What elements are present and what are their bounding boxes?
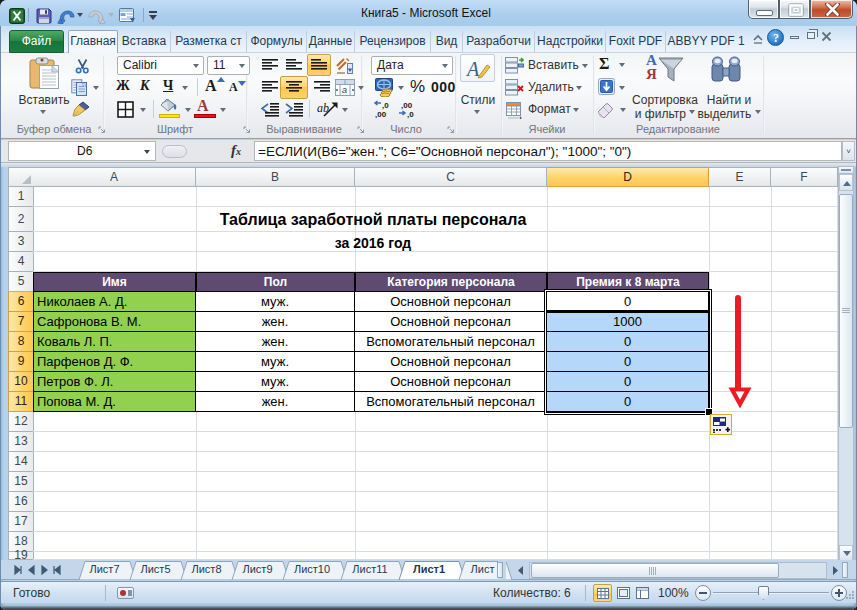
svg-text:,00: ,00 (375, 110, 387, 119)
svg-text:,0: ,0 (407, 110, 414, 119)
svg-text:,0: ,0 (382, 101, 389, 110)
svg-text:a: a (342, 85, 347, 95)
svg-text:A: A (465, 58, 480, 80)
svg-text:,00: ,00 (401, 101, 413, 110)
